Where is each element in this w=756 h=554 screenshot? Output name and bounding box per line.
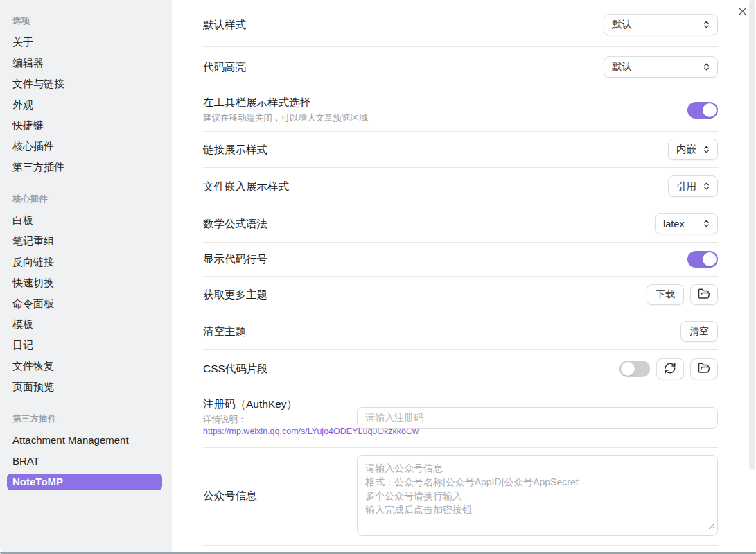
setting-label: 代码高亮 (203, 60, 590, 74)
refresh-icon (664, 362, 676, 376)
setting-row-code-highlight: 代码高亮 默认 (203, 47, 718, 87)
textarea-placeholder-line: 输入完成后点击加密按钮 (365, 503, 710, 517)
setting-description: 建议在移动端关闭，可以增大文章预览区域 (203, 112, 674, 124)
setting-row-embed-style: 文件嵌入展示样式 引用 (203, 168, 718, 205)
sidebar-section-community-plugins: 第三方插件 (7, 413, 162, 425)
toolbar-style-toggle[interactable] (687, 102, 718, 119)
download-themes-button[interactable]: 下载 (647, 284, 684, 305)
chevrons-up-down-icon (702, 182, 711, 191)
toggle-knob (621, 362, 635, 376)
setting-label: 数学公式语法 (203, 217, 641, 231)
clear-themes-button[interactable]: 清空 (680, 321, 718, 342)
setting-row-authkey: 注册码（AuthKey） 详情说明：https://mp.weixin.qq.c… (203, 388, 718, 448)
select-value: 内嵌 (676, 143, 696, 156)
sidebar-item-templates[interactable]: 模板 (7, 316, 162, 333)
setting-label: 默认样式 (203, 18, 590, 32)
setting-label: 注册码（AuthKey） (203, 397, 343, 411)
scrollbar-thumb[interactable] (749, 0, 755, 469)
sidebar-item-canvas[interactable]: 白板 (7, 212, 162, 229)
settings-content: 默认样式 默认 代码高亮 默认 在工具栏展示样式选择 建议在移动端 (172, 0, 756, 554)
sidebar-item-backlinks[interactable]: 反向链接 (7, 254, 162, 270)
mp-accounts-textarea[interactable]: 请输入公众号信息 格式：公众号名称|公众号AppID|公众号AppSecret … (357, 455, 718, 536)
code-highlight-select[interactable]: 默认 (604, 56, 718, 78)
chevrons-up-down-icon (702, 145, 711, 154)
setting-label: 获取更多主题 (203, 288, 633, 302)
chevrons-up-down-icon (702, 219, 711, 228)
close-icon[interactable] (735, 4, 749, 18)
sidebar-item-daily-notes[interactable]: 日记 (7, 337, 162, 354)
select-value: 默认 (612, 18, 632, 31)
sidebar-item-brat[interactable]: BRAT (7, 453, 162, 469)
setting-label: 显示代码行号 (203, 252, 674, 266)
sidebar-item-quick-switcher[interactable]: 快速切换 (7, 275, 162, 291)
setting-row-css-snippets: CSS代码片段 (203, 350, 718, 388)
select-value: 引用 (676, 180, 696, 193)
settings-sidebar: 选项 关于 编辑器 文件与链接 外观 快捷键 核心插件 第三方插件 核心插件 白… (0, 0, 172, 554)
setting-row-default-style: 默认样式 默认 (203, 0, 718, 47)
setting-row-more-themes: 获取更多主题 下载 (203, 277, 718, 313)
toggle-knob (703, 103, 717, 117)
textarea-placeholder-line: 多个公众号请换行输入 (365, 489, 710, 503)
open-snippets-folder-button[interactable] (690, 358, 718, 379)
select-value: 默认 (612, 60, 632, 73)
refresh-snippets-button[interactable] (656, 358, 684, 379)
sidebar-section-options: 选项 (7, 15, 162, 27)
sidebar-item-editor[interactable]: 编辑器 (7, 55, 162, 71)
chevrons-up-down-icon (702, 62, 711, 71)
setting-label: CSS代码片段 (203, 362, 606, 376)
authkey-input[interactable] (357, 407, 718, 429)
textarea-placeholder-line: 格式：公众号名称|公众号AppID|公众号AppSecret (365, 475, 710, 489)
setting-label: 清空主题 (203, 324, 667, 338)
textarea-placeholder-line: 请输入公众号信息 (365, 461, 710, 475)
folder-open-icon (698, 362, 710, 376)
sidebar-section-core-plugins: 核心插件 (7, 193, 162, 205)
resize-grip-icon[interactable] (708, 519, 715, 533)
sidebar-item-about[interactable]: 关于 (7, 34, 162, 51)
math-syntax-select[interactable]: latex (655, 213, 718, 234)
setting-label: 文件嵌入展示样式 (203, 180, 654, 193)
sidebar-item-note-composer[interactable]: 笔记重组 (7, 233, 162, 250)
setting-row-toolbar-style-picker: 在工具栏展示样式选择 建议在移动端关闭，可以增大文章预览区域 (203, 87, 718, 132)
default-style-select[interactable]: 默认 (604, 14, 718, 35)
embed-style-select[interactable]: 引用 (668, 175, 718, 197)
setting-row-mp-accounts: 公众号信息 请输入公众号信息 格式：公众号名称|公众号AppID|公众号AppS… (203, 448, 718, 546)
sidebar-item-community-plugins[interactable]: 第三方插件 (7, 159, 162, 175)
sidebar-item-notetomp[interactable]: NoteToMP (7, 474, 162, 490)
folder-open-icon (698, 288, 710, 302)
setting-row-link-style: 链接展示样式 内嵌 (203, 132, 718, 168)
sidebar-item-attachment-management[interactable]: Attachment Management (7, 432, 162, 449)
open-themes-folder-button[interactable] (690, 284, 718, 305)
settings-modal: 选项 关于 编辑器 文件与链接 外观 快捷键 核心插件 第三方插件 核心插件 白… (0, 0, 756, 554)
select-value: latex (663, 218, 685, 230)
description-prefix: 详情说明： (203, 415, 247, 424)
setting-row-code-line-numbers: 显示代码行号 (203, 243, 718, 277)
setting-row-math-syntax: 数学公式语法 latex (203, 205, 718, 243)
sidebar-item-command-palette[interactable]: 命令面板 (7, 295, 162, 312)
sidebar-item-appearance[interactable]: 外观 (7, 96, 162, 113)
chevrons-up-down-icon (702, 20, 711, 29)
setting-label: 在工具栏展示样式选择 (203, 96, 674, 110)
css-snippets-toggle[interactable] (619, 361, 650, 377)
setting-description: 详情说明：https://mp.weixin.qq.com/s/LYujo4OD… (203, 414, 343, 438)
sidebar-item-page-preview[interactable]: 页面预览 (7, 379, 162, 395)
sidebar-item-files-links[interactable]: 文件与链接 (7, 76, 162, 92)
setting-label: 公众号信息 (203, 489, 343, 503)
setting-label: 链接展示样式 (203, 143, 654, 157)
sidebar-item-core-plugins[interactable]: 核心插件 (7, 138, 162, 155)
sidebar-item-hotkeys[interactable]: 快捷键 (7, 117, 162, 134)
setting-row-clear-themes: 清空主题 清空 (203, 313, 718, 350)
toggle-knob (703, 252, 717, 266)
link-style-select[interactable]: 内嵌 (668, 139, 718, 160)
line-numbers-toggle[interactable] (687, 251, 718, 268)
sidebar-item-file-recovery[interactable]: 文件恢复 (7, 358, 162, 374)
